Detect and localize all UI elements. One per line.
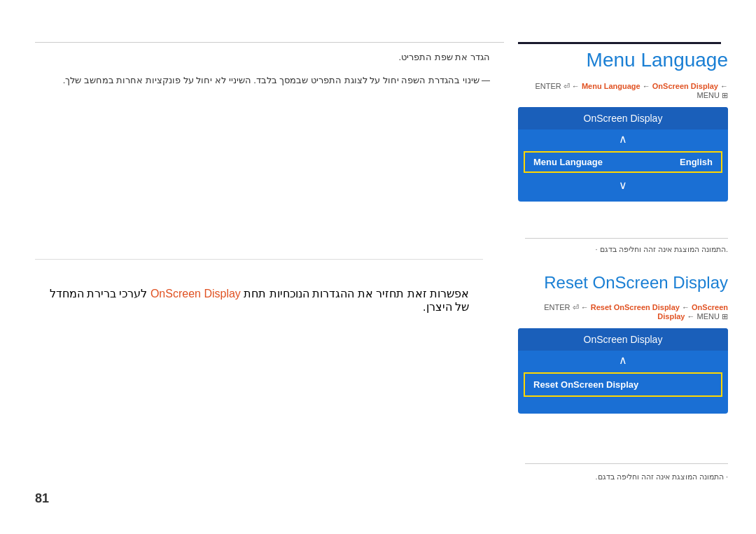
arrow-down-icon: ∨ bbox=[619, 179, 627, 191]
reset-title: Reset OnScreen Display bbox=[518, 273, 728, 293]
hebrew-main-label: הגדר את שפת התפריט. bbox=[399, 52, 490, 62]
mid-note-dot: · bbox=[596, 245, 598, 253]
reset-arrow-up-icon: ∧ bbox=[619, 354, 627, 366]
osd-header-reset: OnScreen Display bbox=[518, 328, 728, 351]
osd-header-menu: OnScreen Display bbox=[518, 107, 728, 129]
hebrew-dash: — bbox=[479, 76, 490, 85]
mid-divider-right bbox=[525, 238, 728, 239]
hebrew-main-text: הגדר את שפת התפריט. bbox=[35, 49, 490, 65]
bc-arrow-reset1: ← bbox=[682, 303, 692, 311]
bc-link-menu-language: Menu Language bbox=[582, 82, 640, 90]
bottom-rule-right bbox=[525, 463, 728, 464]
osd-reset-arrow-up: ∧ bbox=[518, 351, 728, 370]
left-section-menu: הגדר את שפת התפריט. — שינוי בהגדרת השפה … bbox=[35, 49, 490, 96]
reset-section: Reset OnScreen Display ENTER ⏎ ← Reset O… bbox=[518, 273, 728, 424]
bc-link-reset: Reset OnScreen Display bbox=[591, 303, 680, 311]
osd-menu-box: OnScreen Display ∧ Menu Language English… bbox=[518, 107, 728, 202]
bottom-note-dot: · bbox=[726, 472, 728, 481]
bc-arrow1: ← bbox=[643, 82, 652, 90]
osd-reset-row: Reset OnScreen Display bbox=[524, 372, 722, 397]
reset-breadcrumb: ENTER ⏎ ← Reset OnScreen Display ← OnScr… bbox=[518, 303, 728, 321]
top-rule-right bbox=[518, 42, 721, 44]
mid-divider-left bbox=[35, 259, 483, 260]
bc-arrow-reset2: ← MENU ⊞ bbox=[687, 312, 729, 321]
bc-enter: ENTER ⏎ ← bbox=[535, 82, 579, 90]
menu-language-section: Menu Language ENTER ⏎ ← Menu Language ← … bbox=[518, 49, 728, 212]
osd-arrow-down: ∨ bbox=[518, 176, 728, 195]
arrow-up-icon: ∧ bbox=[619, 133, 627, 145]
osd-reset-box: OnScreen Display ∧ Reset OnScreen Displa… bbox=[518, 328, 728, 414]
bc-link-onscreen1: OnScreen Display bbox=[652, 82, 718, 90]
bc-enter-reset: ENTER ⏎ ← bbox=[544, 303, 588, 311]
osd-reset-header-label: OnScreen Display bbox=[584, 334, 663, 345]
menu-language-title: Menu Language bbox=[518, 49, 728, 71]
osd-reset-row-label: Reset OnScreen Display bbox=[533, 379, 638, 390]
mid-note-right: · התמונה המוצגת אינה זהה וחליפה בדגם. bbox=[525, 245, 728, 254]
reset-hebrew-orange: OnScreen Display bbox=[150, 288, 241, 300]
mid-note-label: התמונה המוצגת אינה זהה וחליפה בדגם. bbox=[600, 245, 728, 253]
menu-language-breadcrumb: ENTER ⏎ ← Menu Language ← OnScreen Displ… bbox=[518, 82, 728, 100]
osd-arrow-up: ∧ bbox=[518, 129, 728, 148]
osd-menu-row: Menu Language English bbox=[524, 151, 722, 173]
osd-row-menu-value: English bbox=[680, 157, 713, 167]
bottom-note-text: התמונה המוצגת אינה זהה וחליפה בדגם. bbox=[596, 472, 724, 481]
osd-reset-bottom-pad bbox=[518, 400, 728, 407]
osd-reset-bottom-pad2 bbox=[518, 407, 728, 414]
osd-header-label: OnScreen Display bbox=[584, 113, 663, 124]
bottom-note-right: · התמונה המוצגת אינה זהה וחליפה בדגם. bbox=[525, 472, 728, 482]
osd-row-menu-label: Menu Language bbox=[533, 157, 603, 167]
page-number: 81 bbox=[35, 491, 49, 506]
osd-bottom-pad bbox=[518, 195, 728, 202]
hebrew-sub-text: — שינוי בהגדרת השפה יחול על לצוגת התפריט… bbox=[35, 72, 490, 89]
top-rule-left bbox=[35, 42, 504, 43]
reset-hebrew-main: אפשרות זאת תחזיר את ההגדרות הנוכחיות תחת bbox=[244, 288, 469, 300]
left-section-reset: אפשרות זאת תחזיר את ההגדרות הנוכחיות תחת… bbox=[35, 287, 469, 314]
hebrew-sub-label: שינוי בהגדרת השפה יחול על לצוגת התפריט ש… bbox=[63, 75, 479, 85]
mid-note-text: · התמונה המוצגת אינה זהה וחליפה בדגם. bbox=[525, 245, 728, 254]
